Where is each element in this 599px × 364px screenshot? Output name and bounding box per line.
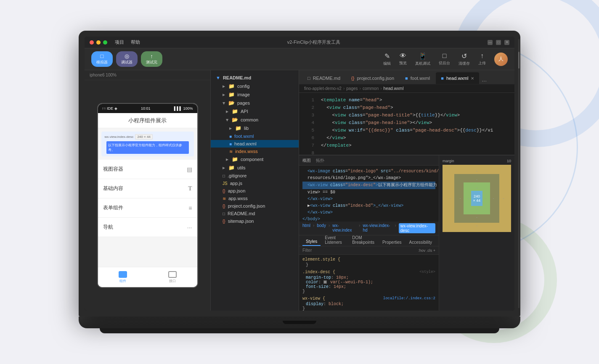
- menu-item-nav[interactable]: 导航 ···: [98, 218, 197, 237]
- tree-item-foot-wxml[interactable]: ■ foot.wxml: [211, 132, 299, 140]
- tab-label: head.wxml: [446, 76, 469, 81]
- menu-item-project[interactable]: 项目: [115, 39, 124, 45]
- git-file-icon: □: [223, 174, 225, 178]
- nav-item-components[interactable]: 组件: [119, 271, 127, 283]
- node-wx-view-index-desc[interactable]: wx-view.index-desc: [399, 223, 435, 233]
- nav-item-interface[interactable]: 接口: [168, 271, 177, 283]
- topology-tab[interactable]: 拓扑: [316, 158, 324, 164]
- event-listeners-tab[interactable]: Event Listeners: [321, 234, 348, 246]
- tree-item-project-config[interactable]: {} project.config.json: [211, 202, 299, 210]
- tree-item-image[interactable]: ▶ 📁 image: [211, 90, 299, 99]
- tab-close-icon[interactable]: ✕: [471, 76, 474, 81]
- tree-item-app-wxss[interactable]: ≋ app.wxss: [211, 195, 299, 202]
- tree-item-component[interactable]: ▶ 📁 component: [211, 155, 299, 164]
- html-tree-area[interactable]: <wx-image class="index-logo" src="../res…: [299, 166, 439, 222]
- menu-label: 表单组件: [103, 204, 123, 211]
- tree-item-lib[interactable]: ▶ 📁 lib: [211, 124, 299, 132]
- chevron-icon: ▶: [226, 110, 228, 113]
- preview-action[interactable]: 👁 预览: [399, 52, 407, 66]
- tab-project-config[interactable]: {} project.config.json: [346, 72, 399, 84]
- menu-item-form[interactable]: 表单组件 ≡: [98, 198, 197, 218]
- tree-item-label: API: [241, 109, 248, 114]
- node-body[interactable]: body: [317, 223, 326, 233]
- styles-filter-input[interactable]: [302, 248, 415, 253]
- simulate-label: 模拟器: [96, 60, 108, 65]
- more-tabs-button[interactable]: ···: [482, 77, 487, 84]
- box-margin-bottom: -: [446, 223, 508, 229]
- tree-item-index-wxss[interactable]: ≋ index.wxss: [211, 148, 299, 155]
- folder-icon: 📁: [228, 83, 235, 89]
- chevron-open-icon: ▶: [225, 119, 229, 121]
- html-line-selected: <wx-view class="index-desc">以下将展示小程序官方组件…: [302, 182, 435, 189]
- tree-item-api[interactable]: ▶ 📁 API: [211, 107, 299, 116]
- minimize-win[interactable]: —: [488, 40, 493, 45]
- tooltip-size: 240 × 44: [135, 134, 152, 140]
- box-model-panel: margin 10 - - -: [439, 156, 514, 311]
- tree-item-common[interactable]: ▶ 📂 common: [211, 116, 299, 124]
- user-avatar[interactable]: 人: [494, 53, 508, 66]
- edit-icon: ✎: [384, 52, 390, 60]
- maximize-button[interactable]: [103, 40, 107, 45]
- tree-item-head-wxml[interactable]: ■ head.wxml: [211, 140, 299, 148]
- menu-item-help[interactable]: 帮助: [131, 39, 140, 45]
- tree-item-app-js[interactable]: JS app.js: [211, 179, 299, 187]
- code-line-2: <view class="page-head">: [321, 104, 509, 111]
- tree-item-gitignore[interactable]: □ .gitignore: [211, 172, 299, 179]
- md-file-icon: □: [223, 211, 225, 216]
- tab-readme[interactable]: □ README.md: [302, 72, 345, 84]
- overview-tab[interactable]: 概图: [302, 158, 311, 164]
- device-debug-action[interactable]: 📱 真机调试: [415, 52, 430, 66]
- laptop-screen: 项目 帮助 v2-FinClip小程序开发工具 — □ ✕ □ 模拟器: [85, 37, 514, 311]
- folder-open-icon: 📂: [228, 100, 235, 106]
- accessibility-tab[interactable]: Accessibility: [406, 239, 435, 246]
- simulate-mode-button[interactable]: □ 模拟器: [91, 51, 113, 67]
- menu-item-view-container[interactable]: 视图容器 ▤: [98, 160, 197, 179]
- node-wx-view-index[interactable]: wx-view.index: [332, 223, 356, 233]
- code-content[interactable]: <template name="head"> <view class="page…: [316, 93, 514, 155]
- tab-label: foot.wxml: [411, 76, 430, 81]
- styles-tab[interactable]: Styles: [302, 238, 321, 246]
- minimize-button[interactable]: [96, 40, 101, 45]
- tree-item-config[interactable]: ▶ 📁 config: [211, 82, 299, 90]
- box-margin-visual: - - - -: [443, 165, 511, 232]
- tree-item-sitemap[interactable]: {} sitemap.json: [211, 217, 299, 225]
- upload-action[interactable]: ↑ 上传: [478, 52, 486, 66]
- node-wx-view-index-hd[interactable]: wx-view.index-hd: [363, 223, 392, 233]
- folder-icon: 📁: [232, 156, 238, 162]
- dom-breakpoints-tab[interactable]: DOM Breakpoints: [349, 234, 378, 246]
- debug-mode-button[interactable]: ◎ 调试器: [116, 51, 138, 67]
- devtools-panel: 概图 拓扑 <wx-image class="index-logo" src="…: [299, 155, 514, 311]
- interface-icon: [168, 271, 177, 278]
- close-win[interactable]: ✕: [504, 40, 509, 45]
- background-action[interactable]: □ 切后台: [439, 52, 450, 66]
- edit-action[interactable]: ✎ 编辑: [383, 52, 391, 66]
- box-padding-top: -: [466, 185, 488, 191]
- wxml-icon: ■: [441, 76, 444, 81]
- clear-cache-action[interactable]: ↺ 清缓存: [459, 52, 470, 66]
- box-border-sides: - - - 240 × 44: [457, 182, 497, 214]
- close-button[interactable]: [90, 40, 94, 45]
- breadcrumb-item-1: fino-applet-demo-v2: [304, 86, 342, 91]
- tree-item-utils[interactable]: ▶ 📁 utils: [211, 164, 299, 172]
- tree-item-app-json[interactable]: {} app.json: [211, 187, 299, 195]
- window-controls: [90, 40, 107, 45]
- styles-tabs: Styles Event Listeners DOM Breakpoints P…: [299, 235, 439, 246]
- node-html[interactable]: html: [302, 223, 310, 233]
- tab-head-wxml[interactable]: ■ head.wxml ✕: [436, 72, 479, 84]
- chevron-icon: ▶: [223, 84, 225, 88]
- json-file-icon: {}: [223, 219, 225, 224]
- editor-breadcrumb: fino-applet-demo-v2 › pages › common › h…: [299, 84, 514, 93]
- properties-tab[interactable]: Properties: [379, 239, 405, 246]
- test-mode-button[interactable]: ↑ 测试完: [141, 51, 162, 67]
- box-margin-right: -: [499, 195, 508, 201]
- tab-foot-wxml[interactable]: ■ foot.wxml: [400, 72, 435, 84]
- tree-item-readme[interactable]: □ README.md: [211, 210, 299, 217]
- box-border-top: -: [457, 177, 497, 182]
- box-margin-value: 10: [507, 159, 511, 163]
- code-line-4: <view class="page-head-line"></view>: [321, 119, 509, 127]
- box-margin-sides: - - - -: [446, 174, 508, 223]
- tree-item-pages[interactable]: ▶ 📂 pages: [211, 99, 299, 107]
- maximize-win[interactable]: □: [496, 40, 501, 45]
- menu-item-basic-content[interactable]: 基础内容 T: [98, 179, 197, 198]
- chevron-icon: ▶: [226, 158, 228, 161]
